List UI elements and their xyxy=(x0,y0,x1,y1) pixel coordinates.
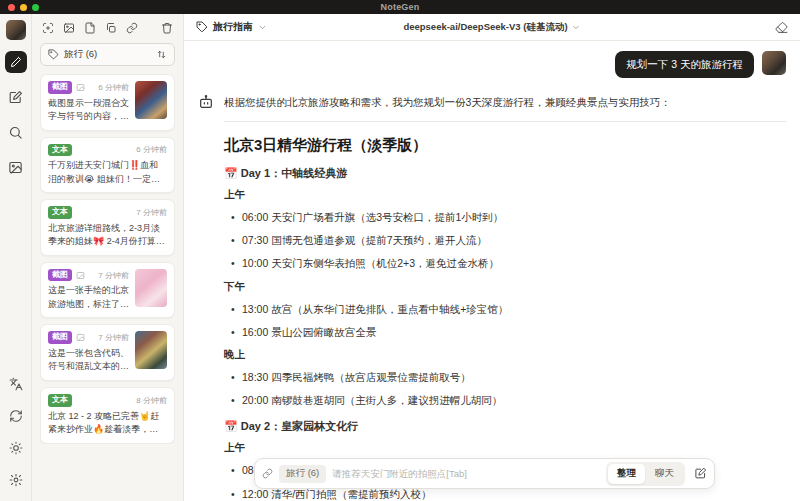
records-panel: 旅行 (6) 截图 6 分钟前 截图显示一段混合文字与符号的内容，包含多行无序排… xyxy=(32,14,184,501)
screenshot-capture-icon[interactable] xyxy=(42,22,54,34)
send-button[interactable] xyxy=(694,467,707,480)
gear-icon xyxy=(9,473,23,487)
attachment-image-icon xyxy=(76,271,85,280)
record-text: 截图显示一段混合文字与符号的内容，包含多行无序排列的字母、数字和符... xyxy=(48,97,129,124)
attachment-image-icon xyxy=(76,333,85,342)
record-card[interactable]: 截图 7 分钟前 这是一张手绘的北京旅游地图，标注了景点、交通方式和门票价格，如… xyxy=(40,262,175,319)
send-pen-icon xyxy=(694,467,707,480)
record-mode-button[interactable] xyxy=(5,51,27,73)
record-card[interactable]: 截图 6 分钟前 截图显示一段混合文字与符号的内容，包含多行无序排列的字母、数字… xyxy=(40,74,175,131)
tag-filter-dropdown[interactable]: 旅行 (6) xyxy=(40,43,175,66)
chat-header: 旅行指南 deepseek-ai/DeepSeek-V3 (硅基流动) xyxy=(184,14,800,41)
translate-icon xyxy=(9,377,23,391)
window-controls xyxy=(8,4,39,11)
gallery-button[interactable] xyxy=(5,156,27,178)
record-time: 8 分钟前 xyxy=(136,395,167,406)
record-card[interactable]: 文本 8 分钟前 北京 12 - 2 攻略已完善🤘赶紧来抄作业🔥趁着淡季，快把北… xyxy=(40,387,175,444)
record-list: 截图 6 分钟前 截图显示一段混合文字与符号的内容，包含多行无序排列的字母、数字… xyxy=(40,74,175,444)
chevron-down-icon xyxy=(258,23,267,32)
sync-button[interactable] xyxy=(5,405,27,427)
pen-icon xyxy=(10,56,22,68)
itinerary-part-label: 下午 xyxy=(224,280,786,294)
itinerary-part-label: 晚上 xyxy=(224,348,786,362)
user-message-row: 规划一下 3 天的旅游行程 xyxy=(198,51,786,78)
tag-filter-label: 旅行 (6) xyxy=(64,48,97,61)
clear-chat-button[interactable] xyxy=(775,21,788,34)
chat-messages: 规划一下 3 天的旅游行程 根据您提供的北京旅游攻略和需求，我为您规划一份3天深… xyxy=(184,41,800,501)
record-text: 千万别进天安门城门‼️血和泪的教训😭 姐妹们！一定要听劝哦❗ 除非是预约了参观天… xyxy=(48,159,167,186)
theme-toggle-button[interactable] xyxy=(5,437,27,459)
insert-image-icon[interactable] xyxy=(63,22,75,34)
user-message-avatar xyxy=(762,51,786,75)
record-time: 7 分钟前 xyxy=(98,332,129,343)
note-title: 旅行指南 xyxy=(213,20,253,34)
record-type-badge: 文本 xyxy=(48,206,72,219)
link-context-icon xyxy=(262,468,273,479)
itinerary-part-label: 上午 xyxy=(224,441,786,455)
settings-button[interactable] xyxy=(5,469,27,491)
model-label: deepseek-ai/DeepSeek-V3 (硅基流动) xyxy=(403,21,567,34)
record-time: 6 分钟前 xyxy=(136,144,167,155)
search-icon xyxy=(8,125,23,140)
trash-icon[interactable] xyxy=(161,22,173,34)
assistant-message-row: 根据您提供的北京旅游攻略和需求，我为您规划一份3天深度游行程，兼顾经典景点与实用… xyxy=(198,93,786,110)
record-type-badge: 截图 xyxy=(48,269,72,282)
sun-icon xyxy=(9,441,23,455)
bot-icon xyxy=(198,94,214,110)
square-pen-icon xyxy=(8,90,23,105)
record-text: 北京 12 - 2 攻略已完善🤘赶紧来抄作业🔥趁着淡季，快把北京旅游攻略重新整理… xyxy=(48,410,167,437)
note-selector[interactable]: 旅行指南 xyxy=(196,20,267,34)
zoom-window-button[interactable] xyxy=(32,4,39,11)
itinerary-part-label: 上午 xyxy=(224,188,786,202)
record-text: 北京旅游详细路线，2-3月淡季来的姐妹🎀 2-4月份打算来北京玩的宝子 不用再翻… xyxy=(48,222,167,249)
chat-area: 旅行指南 deepseek-ai/DeepSeek-V3 (硅基流动) 规划一下… xyxy=(184,14,800,501)
record-time: 7 分钟前 xyxy=(98,270,129,281)
app-title: NoteGen xyxy=(381,2,420,12)
organize-mode-button[interactable]: 整理 xyxy=(608,464,645,484)
chat-input-bar: 旅行 (6) 整理 聊天 xyxy=(254,458,715,489)
notebook-icon xyxy=(196,21,208,33)
record-thumbnail xyxy=(135,331,167,369)
eraser-icon xyxy=(775,21,788,34)
record-card[interactable]: 文本 6 分钟前 千万别进天安门城门‼️血和泪的教训😭 姐妹们！一定要听劝哦❗ … xyxy=(40,137,175,194)
close-window-button[interactable] xyxy=(8,4,15,11)
itinerary-item: 16:00 景山公园俯瞰故宫全景 xyxy=(242,325,786,340)
sync-icon xyxy=(9,409,23,423)
record-thumbnail xyxy=(135,81,167,119)
image-icon xyxy=(8,160,23,175)
clipboard-icon[interactable] xyxy=(105,22,117,34)
record-thumbnail xyxy=(135,269,167,307)
message-input[interactable] xyxy=(332,468,600,479)
model-selector[interactable]: deepseek-ai/DeepSeek-V3 (硅基流动) xyxy=(403,21,580,34)
itinerary-item: 06:00 天安门广场看升旗（选3号安检口，提前1小时到） xyxy=(242,210,786,225)
record-card[interactable]: 截图 7 分钟前 这是一张包含代码、符号和混乱文本的截图，内容难以辨识，似乎涉及… xyxy=(40,324,175,381)
record-time: 6 分钟前 xyxy=(98,82,129,93)
write-mode-button[interactable] xyxy=(5,86,27,108)
user-message-bubble: 规划一下 3 天的旅游行程 xyxy=(615,51,754,78)
attachment-image-icon xyxy=(76,83,85,92)
language-button[interactable] xyxy=(5,373,27,395)
itinerary-item: 18:30 四季民福烤鸭（故宫店观景位需提前取号） xyxy=(242,370,786,385)
record-type-badge: 文本 xyxy=(48,144,72,157)
mode-segmented-control: 整理 聊天 xyxy=(606,462,685,486)
minimize-window-button[interactable] xyxy=(20,4,27,11)
record-text: 这是一张包含代码、符号和混乱文本的截图，内容难以辨识，似乎涉及技术... xyxy=(48,347,129,374)
itinerary-item: 10:00 天安门东侧华表拍照（机位2+3，避免过金水桥） xyxy=(242,256,786,271)
sort-icon[interactable] xyxy=(156,49,167,60)
chevron-down-icon xyxy=(572,23,581,32)
record-card[interactable]: 文本 7 分钟前 北京旅游详细路线，2-3月淡季来的姐妹🎀 2-4月份打算来北京… xyxy=(40,199,175,256)
itinerary-day-heading: 📅 Day 1：中轴线经典游 xyxy=(224,166,786,181)
assistant-intro-text: 根据您提供的北京旅游攻略和需求，我为您规划一份3天深度游行程，兼顾经典景点与实用… xyxy=(224,93,671,110)
link-icon[interactable] xyxy=(126,22,138,34)
record-time: 7 分钟前 xyxy=(136,207,167,218)
search-button[interactable] xyxy=(5,121,27,143)
record-type-badge: 截图 xyxy=(48,331,72,344)
tag-icon xyxy=(48,49,59,60)
user-avatar[interactable] xyxy=(6,20,26,40)
itinerary-day-heading: 📅 Day 2：皇家园林文化行 xyxy=(224,419,786,434)
file-icon[interactable] xyxy=(84,22,96,34)
context-tag-chip[interactable]: 旅行 (6) xyxy=(279,465,326,483)
itinerary-item: 07:30 国博无包通道参观（提前7天预约，避开人流） xyxy=(242,233,786,248)
chat-mode-button[interactable]: 聊天 xyxy=(646,464,683,484)
left-rail xyxy=(0,14,32,501)
